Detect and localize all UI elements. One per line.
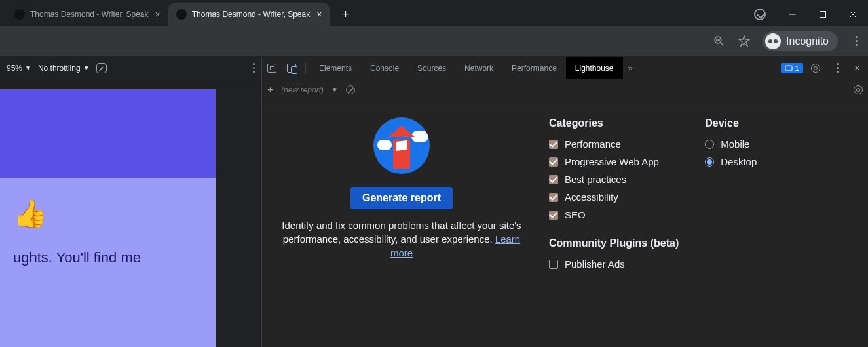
browser-tab-0[interactable]: Thomas Desmond - Writer, Speak ×: [7, 3, 168, 26]
devtools-pane: Elements Console Sources Network Perform…: [261, 57, 868, 347]
tab-performance[interactable]: Performance: [502, 57, 566, 79]
category-best-practices[interactable]: Best practices: [549, 174, 679, 185]
page-preview[interactable]: omb vents 👍 ughts. You'll find me: [0, 79, 261, 347]
new-tab-button[interactable]: +: [336, 5, 354, 24]
zoom-select[interactable]: 95%▼: [7, 64, 31, 73]
generate-report-button[interactable]: Generate report: [350, 187, 453, 209]
rotate-icon[interactable]: [96, 63, 107, 73]
thumbs-up-icon: 👍: [13, 197, 202, 230]
radio-icon: [705, 157, 714, 167]
new-report-icon[interactable]: +: [267, 84, 273, 96]
favicon: [176, 9, 187, 20]
lighthouse-logo: [373, 117, 430, 174]
incognito-icon: [765, 33, 781, 49]
device-toggle-icon[interactable]: [282, 58, 301, 78]
issues-badge[interactable]: 1: [781, 63, 803, 73]
close-icon[interactable]: ×: [155, 10, 160, 19]
page-heading: omb: [0, 102, 202, 128]
checkbox-icon: [549, 175, 558, 184]
throttling-select[interactable]: No throttling▼: [38, 64, 90, 73]
inspect-icon[interactable]: [262, 58, 282, 78]
device-desktop[interactable]: Desktop: [705, 156, 757, 167]
close-window-button[interactable]: [838, 3, 868, 26]
browser-tab-1[interactable]: Thomas Desmond - Writer, Speak ×: [168, 3, 330, 26]
device-toolbar: 95%▼ No throttling▼: [0, 57, 261, 79]
plugin-publisher-ads[interactable]: Publisher Ads: [549, 258, 679, 270]
tab-title: Thomas Desmond - Writer, Speak: [30, 10, 149, 19]
viewport-pane: 95%▼ No throttling▼ omb vents 👍 ughts. Y…: [0, 57, 261, 347]
devtools-menu-icon[interactable]: [828, 58, 848, 78]
favicon: [14, 9, 25, 20]
checkbox-icon: [549, 211, 558, 220]
close-icon[interactable]: ×: [316, 10, 322, 19]
lighthouse-description: Identify and fix common problems that af…: [280, 218, 523, 260]
lighthouse-panel: Generate report Identify and fix common …: [262, 100, 868, 347]
close-devtools-icon[interactable]: ×: [850, 62, 864, 74]
maximize-button[interactable]: [808, 3, 838, 26]
svg-rect-1: [820, 12, 826, 18]
browser-toolbar: Incognito: [0, 26, 868, 57]
category-accessibility[interactable]: Accessibility: [549, 192, 679, 203]
category-seo[interactable]: SEO: [549, 209, 679, 220]
page-body-text: ughts. You'll find me: [13, 249, 202, 266]
tab-elements[interactable]: Elements: [310, 57, 361, 79]
devtools-tabbar: Elements Console Sources Network Perform…: [262, 57, 868, 79]
svg-rect-7: [785, 66, 792, 71]
tab-network[interactable]: Network: [455, 57, 502, 79]
checkbox-icon: [549, 193, 558, 202]
settings-icon[interactable]: [806, 58, 825, 78]
device-toolbar-menu[interactable]: [253, 63, 255, 73]
tab-lighthouse[interactable]: Lighthouse: [566, 57, 623, 79]
category-performance[interactable]: Performance: [549, 138, 679, 150]
bookmark-icon[interactable]: [738, 35, 751, 48]
checkbox-icon: [549, 260, 558, 269]
zoom-icon[interactable]: [713, 35, 726, 48]
profile-icon[interactable]: [754, 9, 766, 20]
browser-menu-button[interactable]: [850, 35, 863, 48]
categories-heading: Categories: [549, 117, 679, 129]
incognito-badge[interactable]: Incognito: [763, 31, 838, 51]
incognito-label: Incognito: [786, 35, 829, 47]
browser-titlebar: Thomas Desmond - Writer, Speak × Thomas …: [0, 0, 868, 26]
plugins-heading: Community Plugins (beta): [549, 237, 679, 249]
category-pwa[interactable]: Progressive Web App: [549, 156, 679, 167]
tab-sources[interactable]: Sources: [408, 57, 455, 79]
lighthouse-toolbar: + (new report) ▼: [262, 79, 868, 100]
checkbox-icon: [549, 157, 558, 167]
svg-line-5: [721, 43, 723, 45]
checkbox-icon: [549, 140, 558, 149]
report-select[interactable]: (new report): [281, 85, 324, 94]
tab-title: Thomas Desmond - Writer, Speak: [192, 10, 311, 19]
more-tabs-icon[interactable]: »: [623, 63, 638, 73]
clear-icon[interactable]: [346, 85, 355, 94]
device-heading: Device: [705, 117, 757, 129]
tab-console[interactable]: Console: [361, 57, 408, 79]
device-mobile[interactable]: Mobile: [705, 138, 757, 150]
chevron-down-icon[interactable]: ▼: [331, 86, 338, 93]
minimize-button[interactable]: [778, 3, 808, 26]
page-subheading: vents: [0, 144, 202, 161]
radio-icon: [705, 140, 714, 149]
lighthouse-settings-icon[interactable]: [854, 85, 863, 94]
